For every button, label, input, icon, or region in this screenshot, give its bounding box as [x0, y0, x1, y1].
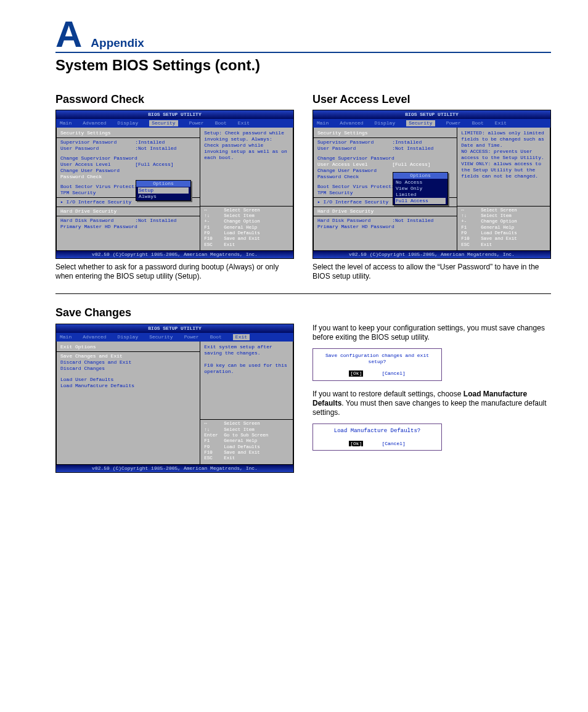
menu-item[interactable]: Discard Changes and Exit: [60, 359, 196, 366]
bios-title: BIOS SETUP UTILITY: [56, 110, 293, 119]
section-header: Security Settings: [317, 130, 453, 136]
tab-security[interactable]: Security: [406, 120, 435, 126]
page-title: System BIOS Settings (cont.): [55, 57, 551, 75]
menu-item[interactable]: Discard Changes: [60, 366, 196, 372]
appendix-letter: A: [55, 18, 82, 50]
tab-boot[interactable]: Boot: [210, 334, 222, 340]
bios-left-pane: Exit Options Save Changes and Exit Disca…: [56, 342, 200, 465]
section-header: Exit Options: [60, 344, 196, 350]
tab-boot[interactable]: Boot: [215, 120, 227, 126]
menu-item[interactable]: User Access Level[Full Access]: [60, 162, 196, 168]
status-row: User Password:Not Installed: [317, 145, 453, 152]
section-header: Security Settings: [60, 130, 196, 136]
dialog-question: Load Manufacture Defaults?: [319, 428, 435, 435]
tab-power[interactable]: Power: [184, 334, 199, 340]
ok-button[interactable]: [Ok]: [349, 370, 363, 377]
bios-footer: v02.59 (C)Copyright 1985-2005, American …: [56, 465, 293, 472]
help-text: Setup: Check password while invoking set…: [204, 130, 289, 204]
menu-item-selected[interactable]: Save Changes and Exit: [60, 353, 196, 359]
tab-power[interactable]: Power: [189, 120, 204, 126]
popup-title: Options: [136, 181, 190, 187]
status-row: Hard Disk Password:Not Installed: [60, 218, 196, 224]
popup-title: Options: [393, 173, 447, 179]
tab-power[interactable]: Power: [446, 120, 461, 126]
tab-boot[interactable]: Boot: [472, 120, 484, 126]
tab-advanced[interactable]: Advanced: [340, 120, 363, 126]
cancel-button[interactable]: [Cancel]: [382, 370, 405, 377]
bios-title: BIOS SETUP UTILITY: [313, 110, 550, 119]
section-header: Hard Drive Security: [317, 208, 453, 215]
section-title-save-changes: Save Changes: [55, 306, 294, 320]
save-changes-paragraph-1: If you want to keep your configuration s…: [312, 324, 551, 342]
key-help: ↔Select Screen ↑↓Select Item +-Change Op…: [461, 208, 546, 248]
caption-password-check: Select whether to ask for a password dur…: [55, 263, 294, 281]
status-row: Hard Disk Password:Not Installed: [317, 218, 453, 224]
tab-advanced[interactable]: Advanced: [83, 334, 106, 340]
bios-title: BIOS SETUP UTILITY: [56, 324, 293, 333]
menu-item[interactable]: Load User Defaults: [60, 377, 196, 383]
popup-option[interactable]: No Access: [396, 179, 445, 186]
help-text: LIMITED: allows only limited fields to b…: [461, 130, 546, 204]
tab-security[interactable]: Security: [149, 334, 173, 340]
options-popup: Options No Access View Only Limited Full…: [393, 172, 448, 205]
bios-footer: v02.59 (C)Copyright 1985-2005, American …: [56, 251, 293, 258]
popup-option[interactable]: Always: [139, 194, 188, 200]
bios-tabs: Main Advanced Display Security Power Boo…: [313, 119, 550, 128]
tab-main[interactable]: Main: [60, 120, 71, 126]
cancel-button[interactable]: [Cancel]: [382, 441, 405, 447]
menu-item[interactable]: Primary Master HD Password: [60, 224, 196, 230]
help-text: Exit system setup after saving the chang…: [204, 344, 289, 418]
tab-exit[interactable]: Exit: [233, 334, 250, 340]
tab-exit[interactable]: Exit: [238, 120, 250, 126]
popup-option[interactable]: Limited: [396, 192, 445, 198]
bios-right-pane: Setup: Check password while invoking set…: [200, 128, 293, 251]
appendix-label: Appendix: [91, 36, 144, 51]
popup-option-selected[interactable]: Setup: [138, 187, 189, 194]
menu-item[interactable]: Primary Master HD Password: [317, 224, 453, 230]
popup-option[interactable]: View Only: [396, 186, 445, 192]
save-changes-paragraph-2: If you want to restore default settings,…: [312, 390, 551, 417]
bios-tabs: Main Advanced Display Security Power Boo…: [56, 333, 293, 342]
tab-display[interactable]: Display: [118, 120, 139, 126]
bios-screenshot-password-check: BIOS SETUP UTILITY Main Advanced Display…: [55, 110, 294, 259]
page-header: A Appendix: [55, 18, 551, 53]
status-row: Supervisor Password:Installed: [60, 139, 196, 145]
caption-user-access: Select the level of access to allow the …: [312, 263, 551, 281]
menu-item-selected[interactable]: User Access Level[Full Access]: [317, 162, 453, 168]
section-title-user-access: User Access Level: [312, 93, 551, 107]
tab-main[interactable]: Main: [317, 120, 329, 126]
key-help: ↔Select Screen ↑↓Select Item +-Change Op…: [204, 208, 289, 248]
tab-exit[interactable]: Exit: [495, 120, 507, 126]
menu-item[interactable]: Load Manufacture Defaults: [60, 383, 196, 389]
options-popup: Options Setup Always: [136, 180, 191, 201]
bios-right-pane: Exit system setup after saving the chang…: [200, 342, 293, 465]
bios-tabs: Main Advanced Display Security Power Boo…: [56, 119, 293, 128]
bios-footer: v02.59 (C)Copyright 1985-2005, American …: [313, 251, 550, 258]
bios-screenshot-user-access: BIOS SETUP UTILITY Main Advanced Display…: [312, 110, 551, 259]
save-confirm-dialog: Save configuration changes and exit setu…: [312, 348, 442, 381]
tab-display[interactable]: Display: [375, 120, 396, 126]
section-title-password-check: Password Check: [55, 93, 294, 107]
load-defaults-dialog: Load Manufacture Defaults? [Ok] [Cancel]: [312, 424, 442, 451]
status-row: User Password:Not Installed: [60, 145, 196, 152]
bios-left-pane: Security Settings Supervisor Password:In…: [313, 128, 457, 251]
bios-right-pane: LIMITED: allows only limited fields to b…: [457, 128, 550, 251]
menu-item[interactable]: Change Supervisor Password: [317, 155, 453, 162]
status-row: Supervisor Password:Installed: [317, 139, 453, 145]
ok-button[interactable]: [Ok]: [349, 441, 363, 447]
dialog-question: Save configuration changes and exit setu…: [319, 353, 435, 364]
menu-item[interactable]: Change User Password: [60, 168, 196, 174]
menu-item[interactable]: Change Supervisor Password: [60, 155, 196, 162]
bios-left-pane: Security Settings Supervisor Password:In…: [56, 128, 200, 251]
bios-screenshot-save-changes: BIOS SETUP UTILITY Main Advanced Display…: [55, 324, 294, 473]
key-help: ↔Select Screen ↑↓Select Item EnterGo to …: [204, 421, 289, 462]
tab-advanced[interactable]: Advanced: [83, 120, 106, 126]
tab-main[interactable]: Main: [60, 334, 71, 340]
tab-security[interactable]: Security: [149, 120, 178, 126]
tab-display[interactable]: Display: [118, 334, 139, 340]
popup-option-selected[interactable]: Full Access: [395, 198, 446, 204]
menu-item-selected[interactable]: Password Check: [60, 174, 196, 180]
section-header: Hard Drive Security: [60, 208, 196, 215]
